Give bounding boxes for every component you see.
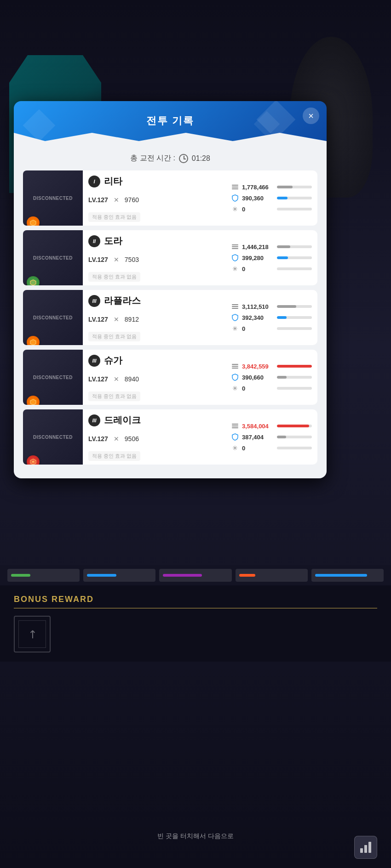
defense-bar-2 <box>277 256 288 259</box>
bar-fill-5 <box>315 574 367 577</box>
chart-bar-3 <box>368 842 371 853</box>
damage-bar-2 <box>277 245 290 248</box>
char-name-4: 슈가 <box>104 354 122 367</box>
damage-icon-2 <box>231 243 239 251</box>
effect-row-1: 적용 중인 효과 없음 <box>88 210 222 222</box>
char-card-4: DISCONNECTED III 슈가 LV.127 ✕ 8940 적용 <box>23 350 317 405</box>
char-portrait-5: DISCONNECTED <box>23 409 83 465</box>
special-value-1: 0 <box>242 206 274 213</box>
defense-stat-row-1: 390,360 <box>231 194 312 202</box>
shield-icon-4 <box>231 374 239 381</box>
rank-roman-1: I <box>93 179 95 184</box>
disconnected-text-4: DISCONNECTED <box>33 374 73 380</box>
disconnected-text-1: DISCONNECTED <box>33 195 73 201</box>
special-stat-row-4: ✳ 0 <box>231 384 312 392</box>
stat-lines-5 <box>232 424 238 428</box>
sword-icon-5: ✕ <box>114 435 119 443</box>
shield-icon-1 <box>231 194 239 202</box>
defense-value-5: 387,404 <box>242 434 274 441</box>
effect-row-5: 적용 중인 효과 없음 <box>88 449 222 461</box>
shield-icon-2 <box>231 254 239 261</box>
rank-roman-5: III <box>92 418 96 423</box>
defense-bar-container-5 <box>277 436 312 438</box>
char-portrait-4: DISCONNECTED <box>23 350 83 405</box>
char-portrait-1: DISCONNECTED <box>23 170 83 226</box>
defense-icon-4 <box>231 373 239 381</box>
bar-fill-1 <box>11 574 30 577</box>
snowflake-symbol-5: ✳ <box>232 444 238 452</box>
stat-line-3 <box>232 368 238 369</box>
damage-stat-row-2: 1,446,218 <box>231 243 312 251</box>
special-bar-container-1 <box>277 208 312 210</box>
defense-stat-row-4: 390,660 <box>231 373 312 381</box>
effect-text-2: 적용 중인 효과 없음 <box>88 272 140 282</box>
char-level-row-4: LV.127 ✕ 8940 <box>88 375 222 383</box>
char-info-2: II 도라 LV.127 ✕ 7503 적용 중인 효과 없음 <box>83 230 225 285</box>
modal-body: 총 교전 시간 : 01:28 DISCONNECTED I 리타 <box>14 146 327 478</box>
damage-bar-container-3 <box>277 305 312 308</box>
total-time-label: 총 교전 시간 : <box>130 153 175 163</box>
char-name-5: 드레이크 <box>104 414 141 426</box>
snowflake-symbol-4: ✳ <box>232 385 238 392</box>
special-value-4: 0 <box>242 385 274 392</box>
bottom-bar-5 <box>311 569 384 582</box>
defense-bar-3 <box>277 316 287 319</box>
special-value-3: 0 <box>242 325 274 332</box>
stat-line-2 <box>232 246 238 247</box>
sword-icon-3: ✕ <box>114 316 119 323</box>
sword-icon-1: ✕ <box>114 196 119 204</box>
svg-marker-3 <box>30 399 36 405</box>
stat-line-3 <box>232 188 238 189</box>
defense-value-4: 390,660 <box>242 374 274 381</box>
rank-roman-2: II <box>93 238 96 244</box>
damage-bar-1 <box>277 186 293 188</box>
bottom-bar-3 <box>159 569 231 582</box>
char-level-1: LV.127 <box>88 196 108 204</box>
stat-line-1 <box>232 244 238 245</box>
damage-bar-container-1 <box>277 186 312 188</box>
bar-fill-4 <box>239 574 255 577</box>
rank-badge-1: I <box>88 176 100 187</box>
char-badge-3 <box>27 336 40 345</box>
stat-line-2 <box>232 425 238 426</box>
damage-value-2: 1,446,218 <box>242 244 274 250</box>
bonus-reward-title: BONUS REWARD <box>14 595 377 608</box>
close-button[interactable]: × <box>303 108 319 124</box>
stat-line-1 <box>232 185 238 186</box>
stats-button[interactable] <box>354 836 377 859</box>
effect-text-5: 적용 중인 효과 없음 <box>88 451 140 461</box>
char-badge-2 <box>27 276 40 285</box>
touch-hint[interactable]: 빈 곳을 터치해서 다음으로 <box>0 832 391 840</box>
char-info-3: III 라플라스 LV.127 ✕ 8912 적용 중인 효과 없음 <box>83 290 225 345</box>
bottom-section: BONUS REWARD ↗ <box>0 565 391 662</box>
defense-stat-row-5: 387,404 <box>231 433 312 441</box>
char-level-5: LV.127 <box>88 435 108 443</box>
snowflake-symbol-3: ✳ <box>232 325 238 332</box>
char-badge-1 <box>27 216 40 226</box>
svg-marker-2 <box>30 340 36 345</box>
special-value-5: 0 <box>242 445 274 452</box>
defense-icon-1 <box>231 194 239 202</box>
stat-line-2 <box>232 306 238 307</box>
defense-bar-container-4 <box>277 376 312 379</box>
total-time-value: 01:28 <box>192 154 210 163</box>
special-bar-container-3 <box>277 327 312 330</box>
bar-fill-3 <box>163 574 202 577</box>
defense-value-3: 392,340 <box>242 314 274 321</box>
char-name-row-3: III 라플라스 <box>88 295 222 307</box>
stat-line-1 <box>232 364 238 365</box>
damage-stat-row-5: 3,584,004 <box>231 422 312 430</box>
special-bar-container-4 <box>277 387 312 390</box>
stat-line-1 <box>232 304 238 305</box>
snowflake-icon-1: ✳ <box>231 205 239 213</box>
stat-lines-1 <box>232 185 238 189</box>
char-level-3: LV.127 <box>88 316 108 323</box>
char-name-1: 리타 <box>104 175 122 187</box>
sword-icon-2: ✕ <box>114 256 119 263</box>
char-level-row-1: LV.127 ✕ 9760 <box>88 196 222 204</box>
char-portrait-3: DISCONNECTED <box>23 290 83 345</box>
stat-lines-3 <box>232 304 238 309</box>
disconnected-text-5: DISCONNECTED <box>33 434 73 440</box>
char-stats-4: 3,842,559 390,660 ✳ <box>225 350 317 405</box>
svg-marker-0 <box>30 220 36 226</box>
